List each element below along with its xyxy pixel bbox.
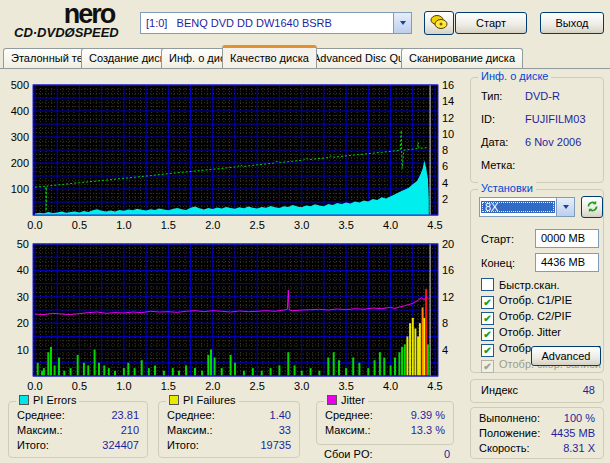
scan-start-input[interactable]: 0000 MB xyxy=(535,229,599,248)
svg-text:3.5: 3.5 xyxy=(338,380,353,392)
svg-text:0.0: 0.0 xyxy=(27,219,42,231)
chevron-down-icon[interactable] xyxy=(393,13,411,33)
scan-start-label: Старт: xyxy=(481,233,514,245)
tab-disc-quality[interactable]: Качество диска xyxy=(222,45,317,68)
svg-text:100: 100 xyxy=(11,183,29,195)
svg-text:1.5: 1.5 xyxy=(161,219,176,231)
pi-failures-legend: PI Failures xyxy=(166,394,239,406)
index-value: 48 xyxy=(583,384,595,396)
done-label: Выполнено: xyxy=(479,412,540,424)
pif-avg-value: 1.40 xyxy=(270,409,291,421)
settings-groupbox: Установки 8X Старт: 0000 MB Конец: 4436 xyxy=(470,189,604,373)
done-value: 100 % xyxy=(564,412,595,424)
pie-total-label: Итого: xyxy=(17,439,49,451)
svg-text:500: 500 xyxy=(11,79,29,91)
checkbox-label: Отобр. Jitter xyxy=(499,326,561,338)
chevron-down-icon[interactable] xyxy=(556,198,574,216)
disc-info-title: Инф. о диске xyxy=(478,70,551,82)
po-failures-value: 0 xyxy=(444,448,450,460)
pi-failures-swatch xyxy=(169,395,179,405)
checkbox-icon[interactable] xyxy=(481,278,494,291)
pif-max-label: Максим.: xyxy=(167,424,213,436)
svg-text:300: 300 xyxy=(11,131,29,143)
scan-end-label: Конец: xyxy=(481,257,515,269)
tab-scan-disc[interactable]: Сканирование диска xyxy=(401,48,523,68)
scan-end-input[interactable]: 4436 MB xyxy=(535,253,599,272)
jitter-box: Jitter Среднее: 9.39 % Максим.: 13.3 % xyxy=(316,401,454,445)
settings-checkbox-1[interactable]: ✔Отобр. C1/PIE xyxy=(481,294,572,308)
svg-text:2: 2 xyxy=(442,193,448,205)
discs-icon xyxy=(429,14,449,32)
jitter-avg-value: 9.39 % xyxy=(411,409,445,421)
checkbox-label: Отобр. C1/PIE xyxy=(499,294,572,306)
pi-errors-legend: PI Errors xyxy=(16,394,79,406)
svg-text:3.0: 3.0 xyxy=(294,219,309,231)
checkbox-icon[interactable]: ✔ xyxy=(481,344,494,357)
disc-info-groupbox: Инф. о диске Тип: DVD-R ID: FUJIFILM03 Д… xyxy=(470,77,604,183)
eject-disc-button[interactable] xyxy=(424,11,454,35)
checkbox-label: Быстр.скан. xyxy=(499,279,560,291)
svg-text:20: 20 xyxy=(17,317,29,329)
pi-errors-swatch xyxy=(19,395,29,405)
svg-text:2.5: 2.5 xyxy=(250,380,265,392)
disc-id-value: FUJIFILM03 xyxy=(525,113,586,125)
svg-text:1.5: 1.5 xyxy=(161,380,176,392)
svg-text:400: 400 xyxy=(11,105,29,117)
po-failures-label: Сбои PO: xyxy=(324,448,373,460)
svg-text:2.0: 2.0 xyxy=(205,380,220,392)
pif-avg-label: Среднее: xyxy=(167,409,215,421)
pi-failures-box: PI Failures Среднее: 1.40 Максим.: 33 Ит… xyxy=(158,401,300,458)
start-button[interactable]: Старт xyxy=(455,12,527,34)
svg-text:4: 4 xyxy=(442,177,448,189)
advanced-button[interactable]: Advanced xyxy=(531,346,601,366)
svg-text:3.0: 3.0 xyxy=(294,380,309,392)
svg-text:0.0: 0.0 xyxy=(27,380,42,392)
svg-text:12: 12 xyxy=(442,291,454,303)
speed-select-value: 8X xyxy=(481,201,555,213)
svg-text:10: 10 xyxy=(17,344,29,356)
jitter-legend: Jitter xyxy=(324,394,368,406)
settings-checkbox-3[interactable]: ✔Отобр. Jitter xyxy=(481,326,561,340)
tab-bar: Эталонный тест Создание диска Инф. о дис… xyxy=(0,46,610,68)
svg-text:2.0: 2.0 xyxy=(205,219,220,231)
disc-id-label: ID: xyxy=(481,113,495,125)
svg-text:4.5: 4.5 xyxy=(427,380,442,392)
settings-checkbox-2[interactable]: ✔Отобр. C2/PIF xyxy=(481,310,571,324)
speed-select[interactable]: 8X xyxy=(479,197,575,217)
svg-text:50: 50 xyxy=(17,238,29,250)
svg-text:3.5: 3.5 xyxy=(338,219,353,231)
drive-select-value: [1:0] BENQ DVD DD DW1640 BSRB xyxy=(141,17,393,29)
checkbox-icon[interactable]: ✔ xyxy=(481,312,494,325)
svg-text:16: 16 xyxy=(442,264,454,276)
svg-text:8: 8 xyxy=(442,144,448,156)
checkbox-icon[interactable]: ✔ xyxy=(481,296,494,309)
index-box: Индекс 48 xyxy=(470,379,604,403)
disc-date-value: 6 Nov 2006 xyxy=(525,136,581,148)
position-value: 4435 MB xyxy=(551,427,595,439)
pi-errors-box: PI Errors Среднее: 23.81 Максим.: 210 Ит… xyxy=(8,401,148,458)
checkbox-label: Отобр. C2/PIF xyxy=(499,310,571,322)
checkbox-icon[interactable]: ✔ xyxy=(481,328,494,341)
svg-text:0.5: 0.5 xyxy=(72,380,87,392)
progress-box: Выполнено: 100 % Положение: 4435 MB Скор… xyxy=(470,407,604,459)
drive-select[interactable]: [1:0] BENQ DVD DD DW1640 BSRB xyxy=(140,12,412,34)
quality-charts: 0.00.51.01.52.02.53.03.54.04.51002003004… xyxy=(0,71,460,401)
checkbox-icon: ✔ xyxy=(481,360,494,373)
exit-button[interactable]: Выход xyxy=(540,12,604,34)
pie-max-label: Максим.: xyxy=(17,424,63,436)
pif-total-value: 19735 xyxy=(260,439,291,451)
refresh-icon xyxy=(586,200,599,215)
svg-text:10: 10 xyxy=(442,128,454,140)
svg-text:0.5: 0.5 xyxy=(72,219,87,231)
pie-max-value: 210 xyxy=(121,424,139,436)
svg-text:1.0: 1.0 xyxy=(116,219,131,231)
svg-text:4.0: 4.0 xyxy=(383,380,398,392)
settings-checkbox-0[interactable]: Быстр.скан. xyxy=(481,278,560,292)
jitter-avg-label: Среднее: xyxy=(325,409,373,421)
disc-label-label: Метка: xyxy=(481,159,515,171)
svg-text:30: 30 xyxy=(17,291,29,303)
svg-text:12: 12 xyxy=(442,112,454,124)
jitter-swatch xyxy=(327,395,337,405)
refresh-button[interactable] xyxy=(581,196,603,218)
header: nero CD·DVDØSPEED [1:0] BENQ DVD DD DW16… xyxy=(0,0,610,45)
